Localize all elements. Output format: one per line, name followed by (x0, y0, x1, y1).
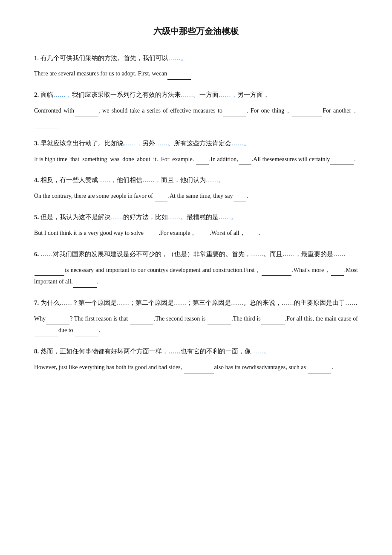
page-title: 六级中那些万金油模板 (34, 26, 358, 37)
section-5: 5. 但是，我认为这不是解决……的好方法，比如……。最糟糕的是……。 But I… (34, 211, 358, 239)
section-4: 4. 相反，有一些人赞成……，他们相信……，而且，他们认为……。 On the … (34, 174, 358, 202)
section-1: 1. 有几个可供我们采纳的方法。首先，我们可以……。 There are sev… (34, 52, 358, 80)
english-text-6: is necessary and important to our countr… (34, 264, 358, 288)
section-3: 3. 早就应该拿出行动了。比如说……，另外……。所有这些方法肯定会……。 It … (34, 138, 358, 165)
chinese-text-2: 2. 面临……，我们应该采取一系列行之有效的方法来……。一方面……，另一方面， (34, 89, 358, 101)
section-2: 2. 面临……，我们应该采取一系列行之有效的方法来……。一方面……，另一方面， … (34, 89, 358, 128)
english-text-7: Why ? The first reason is that .The seco… (34, 313, 358, 336)
english-text-3: It is high time that something was done … (34, 153, 358, 165)
english-text-5: But I dont think it is a very good way t… (34, 227, 358, 239)
section-8: 8. 然而，正如任何事物都有好坏两个方面一样，……也有它的不利的一面，像……。 … (34, 346, 358, 373)
chinese-text-8: 8. 然而，正如任何事物都有好坏两个方面一样，……也有它的不利的一面，像……。 (34, 346, 358, 357)
chinese-text-3: 3. 早就应该拿出行动了。比如说……，另外……。所有这些方法肯定会……。 (34, 138, 358, 149)
section-6: 6. ……对我们国家的发展和建设是必不可少的，（也是）非常重要的。首先，……。而… (34, 249, 358, 288)
chinese-text-6: 6. ……对我们国家的发展和建设是必不可少的，（也是）非常重要的。首先，……。而… (34, 249, 358, 260)
english-text-4: On the contrary, there are some people i… (34, 190, 358, 202)
english-text-8: However, just like everything has both i… (34, 361, 358, 373)
section-7: 7. 为什么……？第一个原因是……；第二个原因是……；第三个原因是……。总的来说… (34, 297, 358, 336)
chinese-text-5: 5. 但是，我认为这不是解决……的好方法，比如……。最糟糕的是……。 (34, 211, 358, 223)
chinese-text-4: 4. 相反，有一些人赞成……，他们相信……，而且，他们认为……。 (34, 174, 358, 186)
chinese-text-7: 7. 为什么……？第一个原因是……；第二个原因是……；第三个原因是……。总的来说… (34, 297, 358, 309)
chinese-text-1: 1. 有几个可供我们采纳的方法。首先，我们可以……。 (34, 52, 358, 64)
english-text-1: There are several measures for us to ado… (34, 68, 358, 80)
english-text-2: Confronted with , we should take a serie… (34, 105, 358, 128)
